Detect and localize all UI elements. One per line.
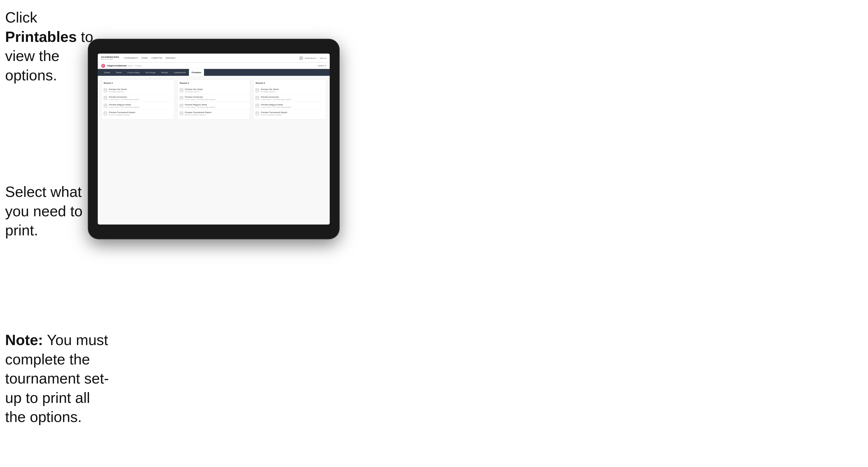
raguzzi-icon-r3 [256, 104, 259, 108]
round-1-scorecard-subtitle: Course setup + Tee Sheet data required [109, 99, 139, 100]
nav-link-tournaments[interactable]: TOURNAMENTS [124, 56, 138, 60]
svg-rect-36 [256, 89, 259, 92]
round-1-raguzzi[interactable]: Preview Raguzzi Sheet Course setup + Tee… [104, 102, 172, 110]
svg-rect-8 [104, 96, 107, 100]
top-nav-right: B blair@clippd.io | Sign out [299, 56, 326, 60]
round-1-raguzzi-title: Preview Raguzzi Sheet [109, 103, 139, 106]
round-1-tournament-report-text: Preview Tournament Report Round Completi… [109, 111, 135, 116]
svg-rect-32 [180, 112, 183, 115]
tablet-screen: SCOREBOARD Powered by clippd TOURNAMENTS… [98, 54, 330, 224]
top-nav-links: TOURNAMENTS TEAMS COMMITTEE RANKINGS [124, 56, 299, 60]
round-2-raguzzi[interactable]: Preview Raguzzi Sheet Course setup + Tee… [180, 102, 248, 110]
svg-rect-28 [180, 104, 183, 107]
scorecard-icon-r2 [180, 96, 183, 100]
round-2-tournament-report[interactable]: Preview Tournament Report Round Completi… [180, 110, 248, 117]
round-2-section: Round 2 Preview Tee Sheet Tee Sheet requ… [177, 79, 250, 120]
top-nav: SCOREBOARD Powered by clippd TOURNAMENTS… [98, 54, 330, 63]
sign-out-link[interactable]: Sign out [320, 57, 326, 59]
nav-link-rankings[interactable]: RANKINGS [165, 56, 175, 60]
tab-leaderboards[interactable]: Leaderboards [171, 69, 189, 76]
sub-header: C Clippd Invitational (Men) Hosting Canc… [98, 63, 330, 69]
round-3-scorecard-subtitle: Course setup + Tee Sheet data required [261, 99, 291, 100]
round-1-scorecard[interactable]: Preview Scorecard Course setup + Tee She… [104, 94, 172, 102]
scorecard-icon-r1 [104, 96, 107, 100]
tab-tee-groups[interactable]: Tee Groups [143, 69, 158, 76]
round-3-tournament-report[interactable]: Preview Tournament Report Round Completi… [256, 110, 324, 117]
raguzzi-icon-r2 [180, 104, 183, 108]
round-2-scorecard-title: Preview Scorecard [185, 96, 215, 98]
round-2-tee-sheet-subtitle: Tee Sheet required [185, 91, 203, 93]
tee-sheet-icon-r1 [104, 88, 107, 92]
round-3-raguzzi-title: Preview Raguzzi Sheet [261, 103, 291, 106]
round-3-scorecard[interactable]: Preview Scorecard Course setup + Tee She… [256, 94, 324, 102]
annotation-top: Click Printables to view the options. [5, 8, 99, 85]
tournament-logo: C [101, 64, 105, 68]
tab-bar: Details Teams Course Setup Tee Groups Re… [98, 69, 330, 76]
round-3-scorecard-title: Preview Scorecard [261, 96, 291, 98]
cancel-button[interactable]: Cancel ✕ [318, 65, 326, 67]
round-3-tee-sheet[interactable]: Preview Tee Sheet Tee Sheet required [256, 87, 324, 94]
main-content: Round 1 Preview Tee Sheet Tee Sheet requ… [98, 76, 330, 224]
svg-rect-48 [256, 112, 259, 115]
nav-link-committee[interactable]: COMMITTEE [151, 56, 162, 60]
round-1-tournament-report-subtitle: Round Completion required [109, 114, 135, 116]
tee-sheet-icon-r3 [256, 88, 259, 92]
round-2-tournament-report-subtitle: Round Completion required [185, 114, 212, 116]
round-2-tee-sheet-title: Preview Tee Sheet [185, 88, 203, 91]
svg-rect-4 [104, 89, 107, 92]
round-3-tee-sheet-subtitle: Tee Sheet required [261, 91, 278, 93]
tab-teams[interactable]: Teams [113, 69, 125, 76]
round-2-tee-sheet[interactable]: Preview Tee Sheet Tee Sheet required [180, 87, 248, 94]
tab-printables[interactable]: Printables [189, 69, 204, 76]
round-1-scorecard-text: Preview Scorecard Course setup + Tee She… [109, 96, 139, 100]
round-1-tee-sheet[interactable]: Preview Tee Sheet Tee Sheet required [104, 87, 172, 94]
round-1-tournament-report[interactable]: Preview Tournament Report Round Completi… [104, 110, 172, 117]
round-3-tee-sheet-text: Preview Tee Sheet Tee Sheet required [261, 88, 278, 93]
round-2-title: Round 2 [180, 82, 248, 84]
round-2-raguzzi-text: Preview Raguzzi Sheet Course setup + Tee… [185, 103, 215, 108]
svg-rect-20 [180, 89, 183, 92]
round-2-scorecard-subtitle: Course setup + Tee Sheet data required [185, 99, 215, 100]
round-1-scorecard-title: Preview Scorecard [109, 96, 139, 98]
tournament-report-icon-r2 [180, 112, 183, 115]
svg-rect-16 [104, 112, 107, 115]
round-3-tee-sheet-title: Preview Tee Sheet [261, 88, 278, 91]
annotation-bottom: Note: You must complete the tournament s… [5, 331, 114, 427]
tournament-report-icon-r3 [256, 112, 259, 115]
round-2-tee-sheet-text: Preview Tee Sheet Tee Sheet required [185, 88, 203, 93]
svg-rect-12 [104, 104, 107, 107]
nav-link-teams[interactable]: TEAMS [141, 56, 148, 60]
round-1-tee-sheet-title: Preview Tee Sheet [109, 88, 126, 91]
scoreboard-logo: SCOREBOARD Powered by clippd [101, 56, 119, 60]
round-3-tournament-report-text: Preview Tournament Report Round Completi… [261, 111, 287, 116]
tournament-status: Hosting [135, 65, 142, 67]
round-1-tournament-report-title: Preview Tournament Report [109, 111, 135, 114]
tablet-shell: SCOREBOARD Powered by clippd TOURNAMENTS… [88, 39, 339, 239]
tab-details[interactable]: Details [101, 69, 113, 76]
round-3-title: Round 3 [256, 82, 324, 84]
scorecard-icon-r3 [256, 96, 259, 100]
logo-title: SCOREBOARD [101, 56, 119, 58]
rounds-grid: Round 1 Preview Tee Sheet Tee Sheet requ… [101, 79, 326, 120]
tournament-type: (Men) [128, 65, 133, 67]
raguzzi-icon-r1 [104, 104, 107, 108]
round-3-section: Round 3 Preview Tee Sheet Tee Sheet requ… [253, 79, 326, 120]
tournament-name: Clippd Invitational [107, 64, 126, 67]
svg-rect-24 [180, 96, 183, 100]
svg-rect-44 [256, 104, 259, 107]
annotation-middle: Select what you need to print. [5, 182, 102, 240]
round-3-scorecard-text: Preview Scorecard Course setup + Tee She… [261, 96, 291, 100]
round-3-raguzzi[interactable]: Preview Raguzzi Sheet Course setup + Tee… [256, 102, 324, 110]
round-2-raguzzi-title: Preview Raguzzi Sheet [185, 103, 215, 106]
round-2-scorecard[interactable]: Preview Scorecard Course setup + Tee She… [180, 94, 248, 102]
round-3-tournament-report-title: Preview Tournament Report [261, 111, 287, 114]
round-1-tee-sheet-text: Preview Tee Sheet Tee Sheet required [109, 88, 126, 93]
annotation-top-text: Click Printables to view the options. [5, 9, 93, 84]
tab-results[interactable]: Results [158, 69, 171, 76]
tab-course-setup[interactable]: Course Setup [125, 69, 143, 76]
round-3-tournament-report-subtitle: Round Completion required [261, 114, 287, 116]
round-2-tournament-report-title: Preview Tournament Report [185, 111, 212, 114]
user-avatar: B [299, 56, 303, 60]
annotation-middle-text: Select what you need to print. [5, 184, 83, 239]
round-2-tournament-report-text: Preview Tournament Report Round Completi… [185, 111, 212, 116]
